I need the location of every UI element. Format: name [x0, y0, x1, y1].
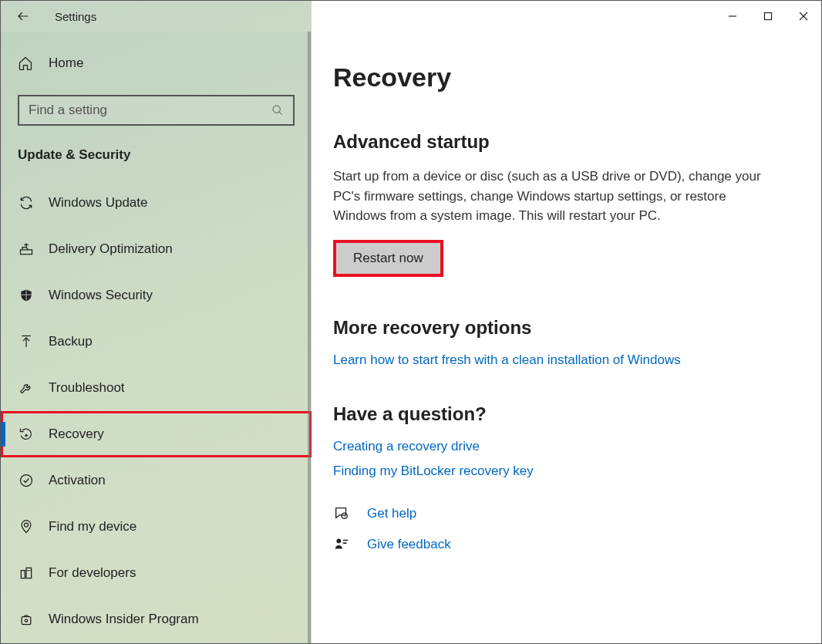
- sidebar-item-label: Troubleshoot: [49, 380, 125, 396]
- sidebar-item-label: Recovery: [49, 427, 104, 442]
- window-title: Settings: [55, 10, 96, 23]
- close-button[interactable]: [786, 1, 821, 32]
- search-input[interactable]: [29, 103, 271, 118]
- sidebar-item-label: Windows Security: [49, 288, 153, 303]
- sidebar-item-label: Windows Update: [49, 195, 148, 211]
- sidebar-scrollbar[interactable]: [308, 32, 311, 643]
- svg-rect-11: [26, 568, 32, 578]
- window-controls: [312, 1, 821, 32]
- maximize-button[interactable]: [750, 1, 786, 32]
- settings-window: Settings Home: [0, 0, 822, 644]
- get-help-row: ? Get help: [333, 505, 790, 522]
- sidebar-item-label: Delivery Optimization: [49, 241, 173, 257]
- svg-point-7: [25, 434, 27, 437]
- sidebar-item-windows-insider-program[interactable]: Windows Insider Program: [1, 596, 312, 642]
- svg-line-3: [279, 112, 282, 115]
- search-wrap: [18, 95, 295, 126]
- restart-now-button[interactable]: Restart now: [336, 243, 440, 274]
- svg-point-9: [25, 523, 29, 527]
- feedback-icon: [333, 536, 353, 553]
- sync-icon: [18, 195, 35, 211]
- svg-rect-4: [21, 250, 32, 255]
- recovery-icon: [18, 427, 35, 442]
- sidebar: Home Update & Security Windows UpdateDel…: [1, 32, 312, 643]
- svg-point-8: [21, 475, 32, 487]
- svg-rect-10: [21, 571, 25, 578]
- sidebar-item-label: Windows Insider Program: [49, 612, 199, 627]
- minimize-icon: [728, 12, 737, 21]
- sidebar-home[interactable]: Home: [1, 46, 312, 81]
- bitlocker-key-link[interactable]: Finding my BitLocker recovery key: [333, 464, 790, 479]
- body: Home Update & Security Windows UpdateDel…: [1, 32, 821, 643]
- sidebar-nav: Windows UpdateDelivery OptimizationWindo…: [1, 180, 312, 642]
- back-button[interactable]: [10, 3, 36, 29]
- sidebar-item-label: For developers: [49, 565, 136, 581]
- give-feedback-link[interactable]: Give feedback: [367, 537, 451, 552]
- titlebar-left: Settings: [1, 1, 312, 32]
- arrow-left-icon: [16, 9, 30, 23]
- fresh-install-link[interactable]: Learn how to start fresh with a clean in…: [333, 352, 790, 368]
- sidebar-category: Update & Security: [1, 147, 312, 163]
- insider-icon: [18, 612, 35, 627]
- advanced-startup-heading: Advanced startup: [333, 131, 790, 153]
- recovery-drive-link[interactable]: Creating a recovery drive: [333, 439, 790, 454]
- sidebar-item-label: Backup: [49, 334, 93, 349]
- sidebar-item-label: Find my device: [49, 519, 136, 534]
- sidebar-item-delivery-optimization[interactable]: Delivery Optimization: [1, 226, 312, 272]
- shield-icon: [18, 288, 35, 303]
- svg-point-17: [336, 538, 341, 543]
- sidebar-item-recovery[interactable]: Recovery: [1, 411, 312, 457]
- close-icon: [799, 12, 808, 21]
- sidebar-item-label: Activation: [49, 473, 106, 488]
- sidebar-item-troubleshoot[interactable]: Troubleshoot: [1, 365, 312, 411]
- search-box[interactable]: [18, 95, 295, 126]
- more-recovery-heading: More recovery options: [333, 317, 790, 339]
- content: Recovery Advanced startup Start up from …: [312, 32, 821, 643]
- delivery-icon: [18, 241, 35, 257]
- have-a-question-heading: Have a question?: [333, 403, 790, 425]
- sidebar-home-label: Home: [49, 56, 83, 71]
- svg-point-14: [25, 619, 27, 622]
- sidebar-item-windows-update[interactable]: Windows Update: [1, 180, 312, 226]
- get-help-link[interactable]: Get help: [367, 506, 416, 521]
- check-circle-icon: [18, 473, 35, 488]
- restart-now-highlight: Restart now: [333, 240, 443, 277]
- backup-icon: [18, 334, 35, 349]
- sidebar-item-windows-security[interactable]: Windows Security: [1, 272, 312, 319]
- maximize-icon: [763, 12, 773, 21]
- sidebar-item-activation[interactable]: Activation: [1, 457, 312, 504]
- page-title: Recovery: [333, 62, 790, 93]
- svg-point-2: [273, 106, 280, 113]
- location-icon: [18, 519, 35, 534]
- chat-icon: ?: [333, 505, 353, 522]
- sidebar-item-backup[interactable]: Backup: [1, 319, 312, 365]
- home-icon: [18, 56, 35, 71]
- sidebar-item-for-developers[interactable]: For developers: [1, 550, 312, 596]
- give-feedback-row: Give feedback: [333, 536, 790, 553]
- advanced-startup-desc: Start up from a device or disc (such as …: [333, 167, 780, 226]
- titlebar: Settings: [1, 1, 821, 32]
- developers-icon: [18, 565, 35, 581]
- svg-text:?: ?: [343, 514, 345, 518]
- sidebar-item-find-my-device[interactable]: Find my device: [1, 504, 312, 550]
- svg-rect-13: [22, 617, 31, 625]
- search-icon: [271, 104, 284, 116]
- wrench-icon: [18, 380, 35, 396]
- minimize-button[interactable]: [715, 1, 750, 32]
- svg-rect-1: [765, 13, 772, 20]
